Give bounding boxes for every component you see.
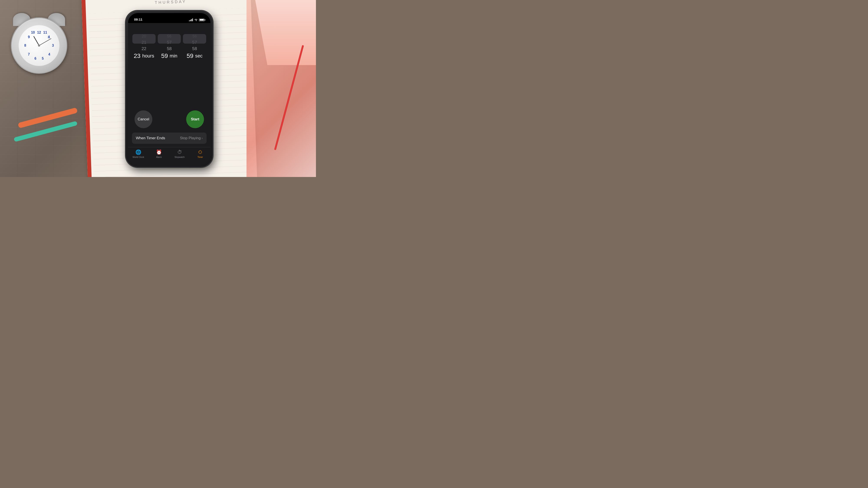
phone-notch — [155, 13, 183, 19]
phone-screen: 09:11 — [128, 13, 211, 165]
timer-screen-content: 20 21 22 23 hours — [128, 23, 211, 165]
signal-bar-2 — [190, 20, 191, 21]
chevron-right-icon: › — [202, 136, 203, 140]
clock-num-4: 4 — [49, 53, 50, 56]
status-icons — [189, 19, 205, 21]
phone-device: 09:11 — [126, 11, 213, 167]
clock-num-5: 5 — [42, 57, 43, 61]
status-time: 09:11 — [134, 18, 142, 21]
clock-body: 12 1 3 4 5 6 7 8 9 10 11 2 — [11, 18, 67, 74]
signal-bar-4 — [192, 19, 193, 21]
tab-alarm[interactable]: ⏰ Alarm — [149, 150, 169, 158]
clock-num-12: 12 — [37, 31, 41, 34]
clock-num-6: 6 — [34, 57, 36, 61]
timer-label: Timer — [197, 156, 203, 158]
phone-body: 09:11 — [126, 11, 213, 167]
minutes-item-58: 58 — [167, 46, 172, 51]
clock-num-8: 8 — [24, 43, 26, 47]
seconds-label: sec — [195, 53, 203, 59]
clock-num-9: 9 — [28, 35, 30, 39]
tab-stopwatch[interactable]: ⏱ Stopwatch — [169, 150, 190, 158]
battery-fill — [199, 19, 204, 21]
seconds-picker-column[interactable]: 56 57 58 59 sec — [182, 34, 207, 60]
minutes-selected-row: 59 min — [161, 52, 178, 60]
clock-minute-hand — [39, 38, 52, 46]
hours-selected-value: 23 — [134, 52, 141, 60]
tab-timer[interactable]: ⏲ Timer — [190, 150, 211, 158]
seconds-above: 56 57 58 — [192, 34, 197, 51]
hours-picker-column[interactable]: 20 21 22 23 hours — [131, 34, 157, 60]
seconds-selected-value: 59 — [187, 52, 193, 60]
hours-item-22: 22 — [142, 46, 146, 51]
clock-num-11: 11 — [43, 31, 47, 34]
clock-center-dot — [38, 44, 40, 46]
when-timer-ends-label: When Timer Ends — [136, 136, 165, 140]
picker-columns: 20 21 22 23 hours — [131, 34, 207, 60]
stopwatch-label: Stopwatch — [175, 156, 185, 158]
seconds-item-56: 56 — [192, 34, 197, 39]
stopwatch-icon: ⏱ — [177, 150, 182, 155]
timer-controls: Cancel Start — [128, 108, 211, 132]
tab-bar: 🌐 World Clock ⏰ Alarm ⏱ Stopwatch ⏲ Time… — [128, 147, 211, 165]
clock-hour-hand — [33, 36, 39, 46]
hours-above: 20 21 22 — [142, 34, 146, 51]
seconds-item-58: 58 — [192, 46, 197, 51]
signal-bars-icon — [189, 19, 193, 21]
hours-selected-row: 23 hours — [134, 52, 154, 60]
seconds-selected-row: 59 sec — [187, 52, 203, 60]
alarm-icon: ⏰ — [156, 150, 162, 155]
timer-icon: ⏲ — [198, 150, 203, 155]
clock-face: 12 1 3 4 5 6 7 8 9 10 11 2 — [19, 25, 59, 66]
timer-picker[interactable]: 20 21 22 23 hours — [128, 23, 211, 69]
signal-bar-3 — [191, 19, 192, 21]
minutes-item-56: 56 — [167, 34, 172, 39]
hours-label: hours — [142, 53, 154, 59]
start-button[interactable]: Start — [186, 110, 204, 128]
minutes-picker-column[interactable]: 56 57 58 59 min — [157, 34, 182, 60]
clock-num-3: 3 — [52, 43, 54, 47]
seconds-item-57: 57 — [192, 40, 197, 45]
hours-item-21: 21 — [142, 40, 146, 45]
minutes-selected-value: 59 — [161, 52, 168, 60]
alarm-label: Alarm — [156, 156, 162, 158]
when-timer-ends-row[interactable]: When Timer Ends Stop Playing › — [132, 132, 207, 144]
tab-world-clock[interactable]: 🌐 World Clock — [128, 150, 149, 158]
wifi-icon — [194, 19, 198, 21]
timer-spacer — [128, 69, 211, 108]
analog-clock: 12 1 3 4 5 6 7 8 9 10 11 2 — [6, 13, 72, 78]
hours-item-20: 20 — [142, 34, 146, 39]
clock-num-10: 10 — [31, 31, 35, 34]
timer-ends-value-text: Stop Playing — [180, 136, 200, 140]
world-clock-label: World Clock — [132, 156, 144, 158]
minutes-label: min — [170, 53, 177, 59]
clock-num-2: 2 — [48, 36, 49, 39]
signal-bar-1 — [189, 21, 190, 21]
world-clock-icon: 🌐 — [135, 150, 141, 155]
notebook-header: THURSDAY — [95, 0, 247, 7]
clock-num-7: 7 — [28, 53, 30, 56]
timer-ends-value-group: Stop Playing › — [180, 136, 203, 140]
minutes-item-57: 57 — [167, 40, 172, 45]
minutes-above: 56 57 58 — [167, 34, 172, 51]
cancel-button[interactable]: Cancel — [134, 110, 152, 128]
battery-icon — [199, 19, 205, 21]
